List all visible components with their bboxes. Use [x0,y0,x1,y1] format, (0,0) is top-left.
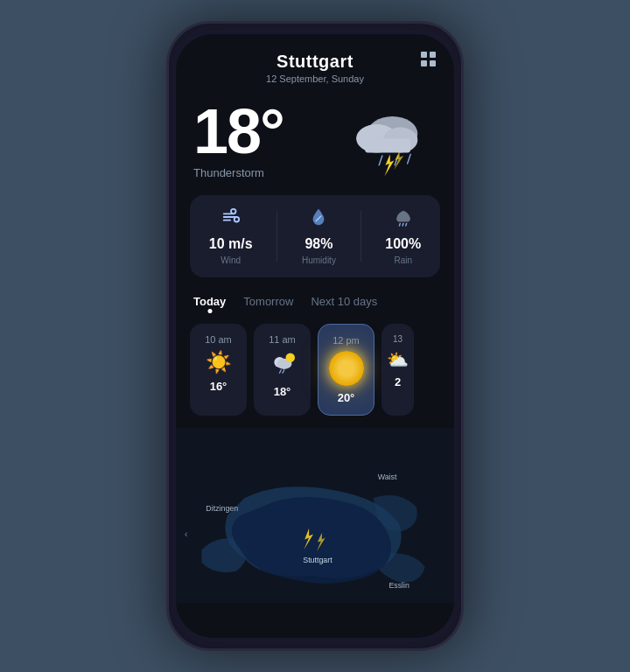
divider-1 [276,211,277,262]
svg-text:‹: ‹ [185,528,188,539]
sun-icon-large [329,351,364,386]
svg-line-11 [402,223,403,226]
humidity-label: Humidity [302,256,336,265]
forecast-tabs: Today Tomorrow Next 10 days [176,284,454,315]
hour-card-11am[interactable]: 11 am 18° [254,324,311,416]
hour-temp-11am: 18° [274,385,291,398]
top-bar: Stuttgart 12 September, Sunday [176,34,454,91]
city-name: Stuttgart [276,52,354,72]
hour-card-12pm[interactable]: 12 pm 20° [318,324,374,416]
phone-frame: Stuttgart 12 September, Sunday 18° Thund… [166,21,464,651]
rain-label: Rain [394,256,412,265]
hourly-forecast: 10 am ☀️ 16° 11 am [176,315,454,424]
phone-screen: Stuttgart 12 September, Sunday 18° Thund… [176,34,454,638]
stat-wind: 10 m/s Wind [209,207,253,265]
hour-icon-10am: ☀️ [206,350,232,374]
svg-rect-3 [365,138,410,152]
screen-content: Stuttgart 12 September, Sunday 18° Thund… [176,34,454,638]
svg-line-10 [399,223,400,226]
hour-label-10am: 10 am [205,334,232,345]
svg-text:Ditzingen: Ditzingen [206,504,238,513]
wind-value: 10 m/s [209,236,253,252]
humidity-icon [309,207,328,231]
weather-description: Thunderstorm [193,166,284,179]
weather-map: Ditzingen Waist Stuttgart Esslin ‹ [176,428,454,603]
svg-point-15 [285,354,295,363]
svg-text:Waist: Waist [378,472,397,481]
svg-marker-8 [394,150,403,170]
grid-menu-icon[interactable] [421,52,437,67]
hour-temp-10am: 16° [210,380,228,393]
svg-line-6 [408,154,411,164]
svg-line-16 [279,370,281,374]
main-weather-section: 18° Thunderstorm [176,91,454,188]
temperature-section: 18° Thunderstorm [193,100,284,179]
hour-label-11am: 11 am [269,334,296,345]
stat-humidity: 98% Humidity [302,207,336,265]
tab-tomorrow[interactable]: Tomorrow [243,295,293,312]
stat-rain: 100% Rain [385,207,421,265]
rain-icon [394,207,413,231]
wind-icon [221,207,241,231]
hour-card-13-partial: 13 ⛅ 2 [382,324,414,416]
svg-marker-7 [385,154,395,176]
stats-row: 10 m/s Wind 98% Humidity [190,195,440,277]
hour-icon-11am [270,350,295,380]
svg-text:Stuttgart: Stuttgart [303,556,332,564]
hour-card-10am[interactable]: 10 am ☀️ 16° [190,324,247,416]
hour-temp-12pm: 20° [338,391,355,404]
wind-label: Wind [220,256,241,265]
hour-label-12pm: 12 pm [332,335,360,346]
tab-next10days[interactable]: Next 10 days [311,295,377,312]
temperature-display: 18° [193,100,284,163]
tab-today[interactable]: Today [193,295,226,312]
humidity-value: 98% [304,236,332,252]
svg-line-17 [283,370,284,374]
weather-icon-thunderstorm [340,101,437,179]
hour-icon-12pm [329,351,364,386]
date-text: 12 September, Sunday [266,74,364,84]
svg-line-4 [379,156,382,165]
svg-text:Esslin: Esslin [388,581,410,590]
divider-2 [360,211,361,262]
svg-line-12 [405,223,406,226]
rain-value: 100% [385,236,421,252]
